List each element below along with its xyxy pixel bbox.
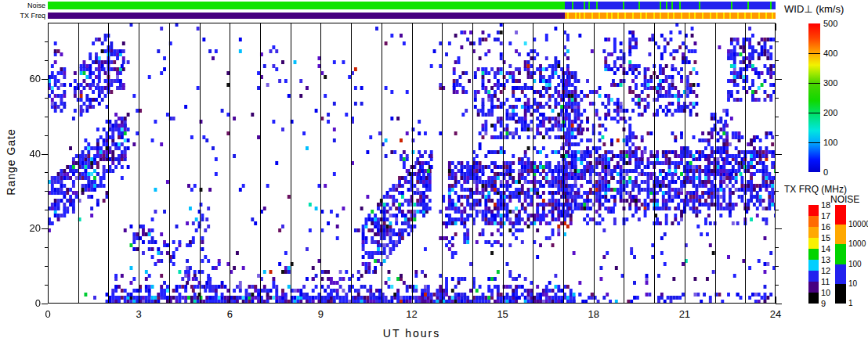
txfrq-colorbar-block <box>808 205 819 216</box>
x-tick-top <box>230 23 230 31</box>
noise-strip-tick <box>731 2 732 9</box>
x-tick-top <box>139 23 139 31</box>
txfrq-colorbar-tick-label: 18 <box>821 200 837 210</box>
tx-strip-tick <box>579 13 580 19</box>
tx-strip-tick <box>606 13 608 19</box>
wid-colorbar-tick-label: 100 <box>823 138 850 147</box>
y-tick-left <box>45 41 48 42</box>
noise-strip-tick <box>638 2 640 9</box>
wid-colorbar-divider <box>808 113 820 113</box>
tx-strip-tick <box>716 13 718 19</box>
wid-colorbar-title: WID⊥ (km/s) <box>784 3 844 15</box>
x-tick-bottom <box>715 300 716 304</box>
y-tick-right <box>776 210 779 210</box>
x-tick-bottom <box>139 296 139 304</box>
noise-strip-tick <box>596 2 598 9</box>
y-tick-left <box>42 79 48 80</box>
x-tick-bottom <box>230 296 230 304</box>
y-tick-left <box>45 285 48 286</box>
noise-strip-tick <box>699 2 700 9</box>
tx-strip-tick <box>765 13 767 19</box>
wid-colorbar-divider <box>808 83 820 84</box>
noise-strip-tick <box>679 2 681 9</box>
txfrq-colorbar-tick-label: 9 <box>821 299 837 308</box>
wid-colorbar-divider <box>808 53 820 54</box>
noise-colorbar-block <box>835 205 846 225</box>
x-tick-bottom <box>654 300 655 304</box>
noise-colorbar-tick-label: 10 <box>848 279 868 288</box>
txfrq-colorbar-block <box>808 282 819 293</box>
noise-strip-tick <box>588 2 590 9</box>
tx-strip-tick <box>737 13 739 19</box>
x-tick-top <box>624 23 624 27</box>
txfrq-colorbar-block <box>808 238 819 249</box>
y-tick-left <box>45 266 48 267</box>
x-tick-label: 24 <box>764 308 787 320</box>
noise-strip-tick <box>660 2 661 9</box>
y-tick-right <box>776 247 779 248</box>
x-tick-top <box>108 23 109 27</box>
x-tick-bottom <box>48 296 49 304</box>
x-tick-bottom <box>594 296 595 304</box>
txfrq-colorbar-tick-label: 17 <box>821 211 837 221</box>
tx-strip-tick <box>584 13 585 19</box>
y-tick-left <box>45 210 48 210</box>
y-tick-right <box>776 79 782 80</box>
x-tick-bottom <box>320 296 321 304</box>
txfrq-colorbar-block <box>808 271 819 282</box>
x-tick-bottom <box>685 296 685 304</box>
y-tick-right <box>776 266 779 267</box>
txfreq-strip-label: TX Freq <box>0 12 45 20</box>
y-tick-label: 40 <box>14 148 41 160</box>
tx-strip-tick <box>694 13 696 19</box>
y-tick-left <box>45 60 48 61</box>
txfrq-colorbar-block <box>808 216 819 227</box>
noise-strip-tick <box>770 2 772 9</box>
x-axis-title: UT hours <box>48 327 776 340</box>
y-tick-right <box>776 191 779 192</box>
noise-strip-tick <box>671 2 673 9</box>
x-tick-top <box>382 23 382 27</box>
wid-colorbar-tick-label: 300 <box>823 78 850 88</box>
y-tick-left <box>42 154 48 155</box>
noise-strip-label: Noise <box>0 2 45 9</box>
x-tick-top <box>260 23 261 27</box>
tx-strip-tick <box>772 13 773 19</box>
x-tick-bottom <box>745 300 746 304</box>
tx-strip-tick <box>632 13 634 19</box>
x-tick-top <box>320 23 321 31</box>
y-tick-left <box>45 135 48 136</box>
y-tick-left <box>42 228 48 229</box>
noise-colorbar-block <box>835 284 846 304</box>
tx-strip-tick <box>673 13 675 19</box>
tx-strip-tick <box>702 13 703 19</box>
x-tick-label: 3 <box>127 308 150 320</box>
y-tick-label: 60 <box>14 73 41 84</box>
x-tick-bottom <box>503 296 504 304</box>
x-tick-bottom <box>291 300 291 304</box>
x-tick-top <box>533 23 533 27</box>
tx-strip-tick <box>660 13 661 19</box>
x-tick-bottom <box>78 300 79 304</box>
x-tick-bottom <box>200 300 201 304</box>
y-tick-right <box>776 172 779 173</box>
x-tick-top <box>78 23 79 27</box>
y-tick-right <box>776 285 779 286</box>
tx-strip-tick <box>653 13 655 19</box>
txfrq-colorbar-tick-label: 15 <box>821 233 837 243</box>
y-tick-left <box>45 247 48 248</box>
x-tick-top <box>776 23 776 31</box>
x-tick-top <box>472 23 473 27</box>
y-tick-label: 0 <box>14 297 41 309</box>
txfrq-colorbar-tick-label: 13 <box>821 255 837 264</box>
tx-strip-left-segment <box>48 13 565 19</box>
tx-strip-tick <box>591 13 593 19</box>
y-tick-left <box>45 98 48 99</box>
x-tick-top <box>685 23 685 31</box>
txfrq-colorbar-title: TX FRQ (MHz) <box>784 184 847 195</box>
txfrq-colorbar-tick-label: 10 <box>821 288 837 297</box>
x-tick-top <box>412 23 413 31</box>
x-tick-bottom <box>472 300 473 304</box>
noise-strip-tick <box>747 2 749 9</box>
tx-strip-tick <box>617 13 619 19</box>
